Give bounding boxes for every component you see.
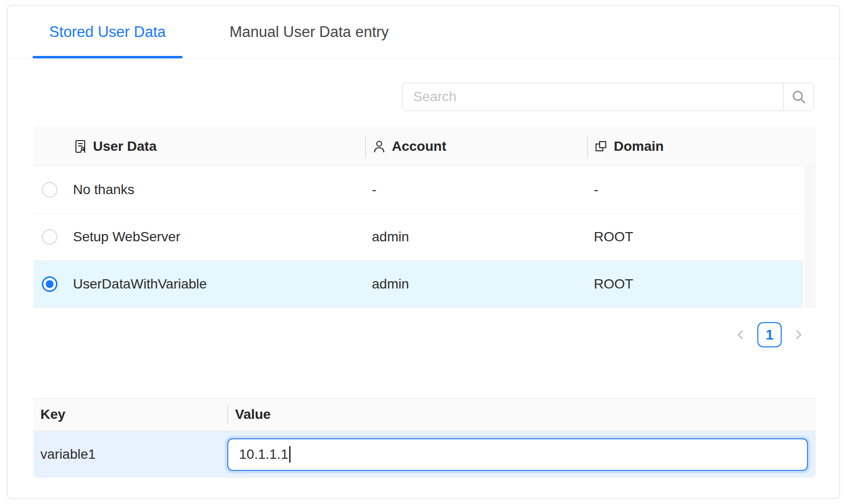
text-caret	[289, 446, 291, 463]
tab-label: Manual User Data entry	[230, 23, 389, 41]
table-row-userdatawithvariable[interactable]: UserDataWithVariable admin ROOT	[34, 261, 816, 308]
column-label: Account	[392, 139, 446, 154]
variable-value-text: 10.1.1.1	[239, 447, 288, 462]
cell-user-data: UserDataWithVariable	[73, 276, 365, 292]
column-header-key: Key	[34, 398, 227, 431]
search-input[interactable]	[402, 83, 783, 111]
variables-table: Key Value variable1 10.1.1.1	[34, 398, 816, 478]
table-header-row: User Data Account	[34, 126, 816, 166]
cell-domain: ROOT	[587, 276, 802, 292]
column-header-account: Account	[365, 126, 587, 166]
pagination-next-button[interactable]	[789, 326, 807, 343]
kv-row-variable1: variable1 10.1.1.1	[34, 431, 816, 478]
pagination-prev-button[interactable]	[732, 326, 750, 343]
tab-stored-user-data[interactable]: Stored User Data	[33, 6, 183, 58]
radio-userdatawithvariable[interactable]	[42, 276, 57, 292]
block-icon	[594, 139, 608, 154]
radio-no-thanks[interactable]	[42, 182, 57, 198]
search-group	[402, 83, 814, 111]
search-icon	[791, 89, 807, 105]
pagination: 1	[34, 321, 814, 348]
search-button[interactable]	[783, 83, 814, 111]
user-icon	[372, 139, 386, 154]
pagination-page-1[interactable]: 1	[757, 322, 782, 347]
table-body: No thanks - - Setup WebServer admin ROOT	[34, 166, 816, 308]
tab-bar: Stored User Data Manual User Data entry	[8, 6, 839, 58]
cell-user-data: Setup WebServer	[73, 229, 365, 245]
table-scrollbar[interactable]	[803, 166, 816, 308]
column-label: Domain	[614, 139, 664, 154]
column-header-value: Value	[227, 398, 816, 431]
stored-user-data-table: User Data Account	[34, 126, 816, 308]
cell-account: admin	[365, 229, 587, 245]
radio-column-header	[34, 126, 73, 166]
solution-icon	[73, 139, 88, 154]
kv-header-row: Key Value	[34, 398, 816, 431]
variable-value-input[interactable]: 10.1.1.1	[227, 438, 808, 471]
variable-key: variable1	[34, 447, 227, 462]
column-header-user-data: User Data	[73, 126, 365, 166]
cell-domain: ROOT	[587, 229, 802, 245]
table-row-setup-webserver[interactable]: Setup WebServer admin ROOT	[34, 214, 816, 261]
radio-setup-webserver[interactable]	[42, 229, 57, 245]
chevron-right-icon	[792, 328, 805, 341]
cell-account: -	[365, 182, 587, 198]
tab-label: Stored User Data	[49, 23, 166, 41]
cell-account: admin	[365, 276, 587, 292]
cell-user-data: No thanks	[73, 182, 365, 198]
cell-domain: -	[587, 182, 802, 198]
tab-manual-user-data-entry[interactable]: Manual User Data entry	[213, 6, 405, 58]
column-label: User Data	[93, 139, 157, 154]
column-header-domain: Domain	[587, 126, 816, 166]
chevron-left-icon	[734, 328, 747, 341]
table-row-no-thanks[interactable]: No thanks - -	[34, 166, 816, 214]
user-data-panel: Stored User Data Manual User Data entry	[7, 5, 840, 499]
